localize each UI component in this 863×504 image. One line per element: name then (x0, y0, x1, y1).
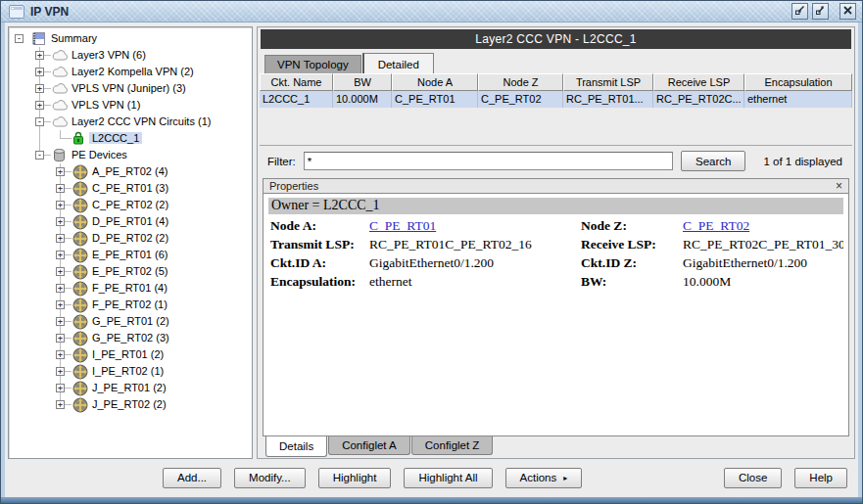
add-button[interactable]: Add... (163, 468, 221, 488)
tree-item-layer2-ccc-vpn-circuits-1[interactable]: -Layer2 CCC VPN Circuits (1) (9, 114, 252, 130)
tree-item-label: J_PE_RT02 (2) (89, 398, 169, 410)
tree-item-f-pe-rt01-4[interactable]: +F_PE_RT01 (4) (9, 280, 252, 297)
collapse-toggle-icon[interactable]: - (35, 117, 44, 126)
search-button[interactable]: Search (681, 151, 745, 171)
property-value-receive-lsp: RC_PE_RT02C_PE_RT01_30 (683, 237, 843, 252)
tree-item-label: Layer2 CCC VPN Circuits (1) (69, 115, 214, 127)
expand-toggle-icon[interactable]: + (56, 267, 65, 276)
expand-toggle-icon[interactable]: + (56, 317, 65, 326)
expand-toggle-icon[interactable]: + (35, 84, 44, 93)
window-titlebar[interactable]: IP VPN (1, 1, 862, 23)
table-cell[interactable]: C_PE_RT02 (478, 91, 563, 108)
tree-item-label: F_PE_RT02 (1) (89, 298, 170, 310)
column-header-node-z[interactable]: Node Z (478, 73, 563, 91)
property-label-receive-lsp: Receive LSP: (581, 237, 679, 252)
tree-item-d-pe-rt01-4[interactable]: +D_PE_RT01 (4) (9, 213, 252, 230)
close-window-button[interactable] (839, 3, 856, 20)
expand-toggle-icon[interactable]: + (56, 350, 65, 359)
tree-item-i-pe-rt02-1[interactable]: +I_PE_RT02 (1) (9, 363, 252, 380)
property-fields: Node A:C_PE_RT01Node Z:C_PE_RT02Transmit… (268, 218, 843, 290)
tree-item-j-pe-rt01-2[interactable]: +J_PE_RT01 (2) (9, 380, 252, 396)
tree-item-label: VPLS VPN (Juniper) (3) (69, 82, 189, 94)
expand-toggle-icon[interactable]: + (56, 400, 65, 409)
table-cell[interactable]: ethernet (744, 91, 852, 108)
tree-item-layer2-kompella-vpn-2[interactable]: +Layer2 Kompella VPN (2) (9, 64, 252, 80)
table-cell[interactable]: 10.000M (333, 91, 392, 108)
tree-item-a-pe-rt02-4[interactable]: +A_PE_RT02 (4) (9, 163, 252, 180)
collapse-toggle-icon[interactable]: - (35, 151, 44, 160)
column-header-transmit-lsp[interactable]: Transmit LSP (563, 73, 653, 91)
properties-close-icon[interactable]: × (836, 181, 842, 191)
table-cell[interactable]: L2CCC_1 (260, 91, 333, 108)
tree-item-label: C_PE_RT01 (3) (89, 182, 171, 194)
table-row[interactable]: L2CCC_110.000MC_PE_RT01C_PE_RT02RC_PE_RT… (260, 91, 852, 108)
column-header-receive-lsp[interactable]: Receive LSP (653, 73, 744, 91)
expand-toggle-icon[interactable]: + (56, 234, 65, 243)
expand-toggle-icon[interactable]: + (56, 334, 65, 343)
submenu-arrow-icon: ▸ (563, 474, 567, 482)
expand-toggle-icon[interactable]: + (56, 167, 65, 176)
tab-vpn-topology[interactable]: VPN Topology (264, 55, 361, 73)
vpn-detail-panel: Layer2 CCC VPN - L2CCC_1 VPN Topology De… (257, 26, 855, 459)
tab-details[interactable]: Details (265, 436, 327, 457)
expand-toggle-icon[interactable]: + (56, 184, 65, 193)
filter-status: 1 of 1 displayed (753, 156, 846, 167)
minimize-button[interactable] (791, 3, 808, 20)
filter-input[interactable] (304, 152, 673, 170)
tree-item-e-pe-rt01-6[interactable]: +E_PE_RT01 (6) (9, 247, 252, 263)
tree-item-d-pe-rt02-2[interactable]: +D_PE_RT02 (2) (9, 230, 252, 247)
window-title: IP VPN (30, 5, 69, 19)
expand-toggle-icon[interactable]: + (56, 384, 65, 392)
tree-item-c-pe-rt01-3[interactable]: +C_PE_RT01 (3) (9, 180, 252, 197)
property-value-ckt-id-a: GigabitEthernet0/1.200 (369, 255, 577, 271)
minimize-icon (794, 4, 805, 19)
column-header-ckt-name[interactable]: Ckt. Name (260, 73, 333, 91)
tree-item-c-pe-rt02-2[interactable]: +C_PE_RT02 (2) (9, 197, 252, 213)
expand-toggle-icon[interactable]: + (35, 101, 44, 110)
tab-detailed[interactable]: Detailed (362, 53, 434, 73)
property-value-ckt-id-z: GigabitEthernet0/1.200 (683, 255, 843, 271)
tree-item-g-pe-rt01-2[interactable]: +G_PE_RT01 (2) (9, 313, 252, 330)
highlight-all-button[interactable]: Highlight All (404, 468, 492, 488)
tree-item-label: Layer3 VPN (6) (69, 49, 149, 61)
modify-button[interactable]: Modify... (234, 468, 306, 488)
tree-item-f-pe-rt02-1[interactable]: +F_PE_RT02 (1) (9, 297, 252, 313)
expand-toggle-icon[interactable]: + (35, 68, 44, 76)
close-button[interactable]: Close (724, 468, 782, 488)
expand-toggle-icon[interactable]: + (56, 300, 65, 309)
column-header-node-a[interactable]: Node A (392, 73, 478, 91)
expand-toggle-icon[interactable]: + (56, 367, 65, 376)
tree-item-summary[interactable]: -Summary (9, 30, 252, 47)
expand-toggle-icon[interactable]: + (56, 284, 65, 293)
tree-item-l2ccc-1[interactable]: L2CCC_1 (9, 130, 252, 147)
help-button[interactable]: Help (794, 468, 847, 488)
tree-item-vpls-vpn-1[interactable]: +VPLS VPN (1) (9, 97, 252, 114)
expand-toggle-icon[interactable]: + (56, 217, 65, 226)
tree-item-vpls-vpn-juniper-3[interactable]: +VPLS VPN (Juniper) (3) (9, 80, 252, 97)
tree-item-layer3-vpn-6[interactable]: +Layer3 VPN (6) (9, 47, 252, 64)
tree-item-e-pe-rt02-5[interactable]: +E_PE_RT02 (5) (9, 263, 252, 280)
table-cell[interactable]: RC_PE_RT01... (563, 91, 653, 108)
node-a-link[interactable]: C_PE_RT01 (369, 218, 577, 234)
node-z-link[interactable]: C_PE_RT02 (683, 218, 843, 234)
expand-toggle-icon[interactable]: + (56, 201, 65, 209)
column-header-bw[interactable]: BW (333, 73, 392, 91)
actions-button[interactable]: Actions▸ (505, 468, 583, 488)
maximize-button[interactable] (812, 3, 829, 20)
tree-item-pe-devices[interactable]: -PE Devices (9, 147, 252, 163)
tab-configlet-z[interactable]: Configlet Z (411, 436, 494, 455)
tree-item-label: A_PE_RT02 (4) (89, 165, 170, 177)
tree-item-i-pe-rt01-2[interactable]: +I_PE_RT01 (2) (9, 346, 252, 363)
table-cell[interactable]: C_PE_RT01 (392, 91, 478, 108)
column-header-encapsulation[interactable]: Encapsulation (744, 73, 852, 91)
collapse-toggle-icon[interactable]: - (15, 34, 24, 43)
tab-configlet-a[interactable]: Configlet A (328, 436, 410, 455)
expand-toggle-icon[interactable]: + (56, 251, 65, 259)
tree-item-j-pe-rt02-2[interactable]: +J_PE_RT02 (2) (9, 396, 252, 413)
table-cell[interactable]: RC_PE_RT02C... (653, 91, 744, 108)
tree-item-label: C_PE_RT02 (2) (89, 199, 171, 210)
properties-header: Properties × (263, 178, 849, 194)
highlight-button[interactable]: Highlight (318, 468, 392, 488)
tree-item-g-pe-rt02-3[interactable]: +G_PE_RT02 (3) (9, 330, 252, 346)
expand-toggle-icon[interactable]: + (35, 51, 44, 60)
